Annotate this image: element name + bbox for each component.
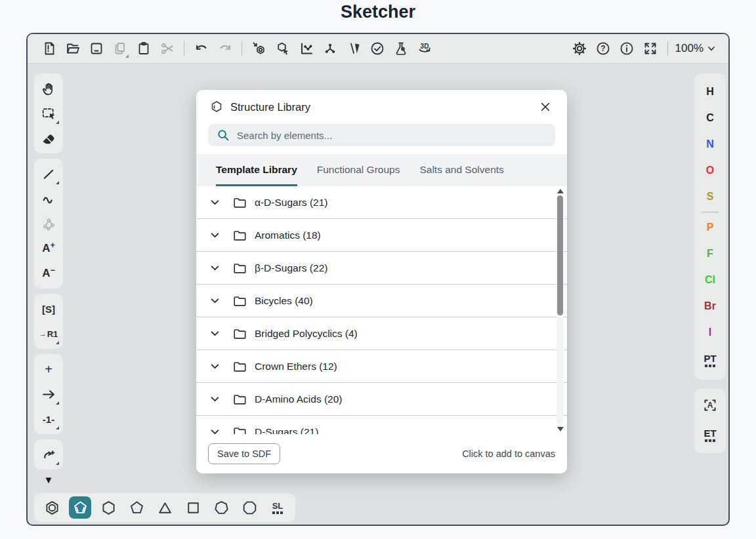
analysis-chart-button[interactable] [295, 38, 317, 60]
save-to-sdf-button[interactable]: Save to SDF [208, 443, 280, 464]
sl-dots-icon [272, 511, 283, 514]
ring-cyclopropane-button[interactable] [154, 496, 176, 519]
structure-library-button[interactable]: SL [266, 496, 289, 519]
chevron-down-icon [208, 327, 222, 340]
atom-plus-label: A [42, 242, 50, 255]
template-molecule-button[interactable] [36, 211, 61, 236]
sgroup-button[interactable]: [S] [36, 296, 61, 321]
redo-icon [217, 41, 233, 56]
check-circle-icon [369, 41, 385, 56]
folder-label: Aromatics (18) [255, 230, 321, 241]
settings-button[interactable] [569, 38, 591, 60]
extended-table-button[interactable]: ET [704, 420, 716, 449]
help-button[interactable]: ? [593, 38, 614, 60]
scrollbar-thumb[interactable] [557, 195, 563, 315]
marquee-select-icon [41, 106, 57, 122]
library-folder-row[interactable]: Bicycles (40) [196, 285, 567, 317]
library-folder-row[interactable]: Crown Ethers (12) [196, 350, 567, 383]
rgroup-arrow: → [39, 330, 47, 338]
benzene-icon [209, 100, 224, 114]
minus-sign: − [51, 266, 55, 275]
chain-button[interactable] [36, 186, 61, 211]
library-folder-row[interactable]: Aromatics (18) [196, 219, 567, 252]
curved-arrow-submenu-caret [56, 462, 59, 465]
chevron-down-icon [208, 195, 222, 209]
bond-button[interactable] [36, 161, 61, 186]
element-P-button[interactable]: P [694, 214, 726, 241]
info-icon [619, 41, 635, 56]
ring-cyclobutane-button[interactable] [182, 496, 204, 519]
element-Br-button[interactable]: Br [694, 293, 726, 319]
atom-query-button[interactable]: A [698, 393, 723, 418]
element-I-button[interactable]: I [694, 319, 726, 346]
undo-button[interactable] [190, 38, 212, 60]
inspect-structure-button[interactable] [272, 38, 293, 60]
svg-text:?: ? [600, 44, 605, 53]
view-3d-button[interactable]: 3D [413, 38, 435, 60]
curved-arrow-button[interactable] [36, 442, 61, 467]
erase-button[interactable] [36, 126, 61, 151]
library-folder-row[interactable]: Bridged Polycyclics (4) [196, 317, 567, 350]
rgroup-label: R1 [47, 329, 58, 339]
folder-label: Bicycles (40) [255, 295, 313, 307]
pt-dots-icon [705, 365, 715, 367]
select-button[interactable] [36, 101, 61, 126]
library-folder-row[interactable]: D-Sugars (21) [196, 416, 567, 434]
new-document-button[interactable] [38, 38, 60, 60]
element-S-button[interactable]: S [694, 184, 726, 210]
curved-arrow-plus-icon [41, 447, 57, 463]
scroll-up-button[interactable] [557, 189, 564, 193]
element-H-button[interactable]: H [694, 79, 726, 105]
scroll-down-button[interactable] [557, 427, 564, 431]
pan-button[interactable] [36, 76, 61, 101]
flask-button[interactable] [390, 38, 411, 60]
wedge-bond-button[interactable] [343, 38, 364, 60]
library-folder-row[interactable]: D-Amino Acids (20) [196, 383, 567, 416]
ring-cyclooctane-button[interactable] [238, 496, 261, 519]
cut-button[interactable] [156, 38, 178, 60]
open-button[interactable] [62, 38, 83, 60]
import-structure-button[interactable] [248, 38, 270, 60]
zoom-value: 100% [675, 42, 704, 55]
ring-cyclohexane-button[interactable] [97, 496, 119, 519]
save-button[interactable] [85, 38, 107, 60]
atom-minus-button[interactable]: A− [36, 261, 61, 286]
rgroup-button[interactable]: → R1 [36, 321, 61, 346]
validate-button[interactable] [366, 38, 388, 60]
paste-button[interactable] [133, 38, 154, 60]
ring-template-toolbar: SL [34, 493, 295, 522]
close-button[interactable] [537, 98, 554, 115]
charge-plus-button[interactable]: + [36, 357, 61, 382]
element-N-button[interactable]: N [694, 131, 726, 157]
atom-plus-button[interactable]: A+ [36, 236, 61, 261]
search-input[interactable] [237, 130, 547, 141]
rotate-3d-icon: 3D [417, 41, 432, 56]
zoom-dropdown[interactable]: 100% [674, 39, 718, 58]
svg-text:A: A [707, 401, 713, 410]
library-folder-row[interactable]: α-D-Sugars (21) [196, 186, 567, 219]
element-Cl-button[interactable]: Cl [694, 267, 726, 293]
reaction-arrow-button[interactable] [36, 382, 61, 407]
charge-tool-button[interactable]: -1- [36, 407, 61, 431]
tab-functional-groups[interactable]: Functional Groups [317, 154, 400, 186]
branch-molecule-button[interactable] [319, 38, 341, 60]
more-tools-button[interactable]: ▼ [44, 475, 54, 485]
dialog-footer: Save to SDF Click to add to canvas [196, 434, 567, 473]
element-C-button[interactable]: C [694, 105, 726, 131]
bond-submenu-caret [56, 181, 59, 184]
tab-template-library[interactable]: Template Library [216, 154, 297, 186]
element-F-button[interactable]: F [694, 241, 726, 267]
copy-button[interactable] [109, 38, 131, 60]
ring-cyclopentane-button[interactable] [125, 496, 148, 519]
element-O-button[interactable]: O [694, 157, 726, 184]
ring-cycloheptane-button[interactable] [210, 496, 232, 519]
periodic-table-button[interactable]: PT [704, 346, 716, 374]
library-folder-row[interactable]: β-D-Sugars (22) [196, 252, 567, 285]
tab-salts-and-solvents[interactable]: Salts and Solvents [419, 154, 503, 186]
fullscreen-button[interactable] [640, 38, 662, 60]
ring-cyclopentadiene-button[interactable] [69, 496, 91, 519]
info-button[interactable] [616, 38, 638, 60]
element-panel: H C N O S P F Cl Br I PT [694, 73, 726, 453]
redo-button[interactable] [214, 38, 236, 60]
ring-benzene-button[interactable] [41, 496, 63, 519]
